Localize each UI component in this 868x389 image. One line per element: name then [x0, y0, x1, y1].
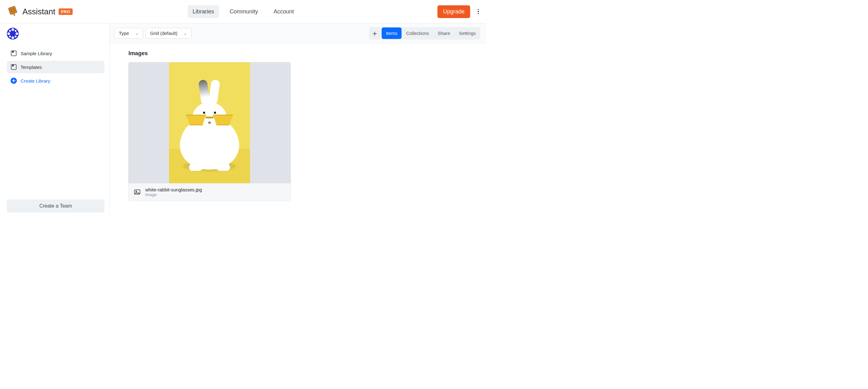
view-mode-label: Grid (default)	[150, 31, 178, 36]
svg-point-7	[14, 30, 17, 32]
svg-point-3	[11, 36, 14, 39]
nav-account[interactable]: Account	[269, 5, 299, 18]
more-menu-icon[interactable]	[474, 8, 482, 15]
app-logo-icon	[7, 5, 19, 18]
type-filter-dropdown[interactable]: Type ⌄	[114, 28, 143, 39]
library-toolbar: Type ⌄ Grid (default) ⌄ ＋ Items Collecti…	[110, 23, 486, 43]
library-icon	[10, 64, 17, 70]
create-team-button[interactable]: Create a Team	[7, 199, 104, 213]
tab-settings[interactable]: Settings	[455, 27, 480, 39]
rabbit-image-icon	[169, 62, 250, 183]
svg-rect-13	[12, 65, 14, 66]
nav-libraries[interactable]: Libraries	[187, 5, 219, 18]
plus-icon: ＋	[371, 28, 378, 38]
asset-meta: white-rabbit-sunglasses.jpg Image	[145, 187, 202, 197]
plus-circle-icon	[10, 77, 17, 84]
add-item-button[interactable]: ＋	[369, 27, 382, 40]
image-file-icon	[133, 188, 141, 196]
sidebar-item-label: Templates	[21, 65, 42, 70]
svg-point-6	[9, 30, 11, 32]
svg-point-5	[16, 32, 18, 35]
content-area: Images	[110, 43, 486, 207]
svg-rect-11	[12, 51, 14, 53]
asset-thumbnail	[128, 62, 290, 183]
asset-card-footer: white-rabbit-sunglasses.jpg Image	[128, 183, 290, 201]
sidebar-item-sample-library[interactable]: Sample Library	[7, 47, 104, 60]
svg-point-9	[14, 36, 17, 37]
header-right: Upgrade	[437, 5, 482, 18]
asset-type-label: Image	[145, 192, 202, 197]
svg-point-2	[11, 28, 14, 31]
asset-filename: white-rabbit-sunglasses.jpg	[145, 187, 202, 192]
svg-point-8	[9, 36, 11, 37]
pro-badge: PRO	[59, 8, 73, 15]
sidebar-item-templates[interactable]: Templates	[7, 61, 104, 73]
tab-items[interactable]: Items	[382, 27, 402, 39]
library-icon	[10, 50, 17, 57]
nav-community[interactable]: Community	[224, 5, 263, 18]
upgrade-button[interactable]: Upgrade	[437, 5, 470, 18]
create-library-label: Create Library	[21, 78, 50, 84]
chevron-down-icon: ⌄	[184, 31, 187, 36]
tab-share[interactable]: Share	[433, 27, 455, 39]
view-mode-dropdown[interactable]: Grid (default) ⌄	[146, 28, 192, 39]
library-tabs: ＋ Items Collections Share Settings	[369, 27, 480, 40]
type-filter-label: Type	[119, 31, 129, 36]
sidebar: Sample Library Templates Create Library …	[0, 23, 110, 218]
tab-collections[interactable]: Collections	[402, 27, 433, 39]
chevron-down-icon: ⌄	[135, 31, 138, 36]
user-avatar-icon[interactable]	[7, 28, 19, 40]
brand-name: Assistant	[23, 7, 56, 17]
main-content: Type ⌄ Grid (default) ⌄ ＋ Items Collecti…	[110, 23, 486, 218]
asset-card[interactable]: white-rabbit-sunglasses.jpg Image	[128, 62, 290, 201]
create-library-button[interactable]: Create Library	[7, 74, 104, 87]
sidebar-item-label: Sample Library	[21, 51, 52, 56]
svg-point-15	[135, 191, 136, 192]
brand: Assistant PRO	[7, 5, 73, 18]
app-header: Assistant PRO Libraries Community Accoun…	[0, 0, 486, 23]
section-title-images: Images	[128, 50, 468, 57]
main-nav: Libraries Community Account	[187, 5, 299, 18]
library-list: Sample Library Templates Create Library	[7, 47, 104, 87]
svg-point-4	[7, 32, 10, 35]
